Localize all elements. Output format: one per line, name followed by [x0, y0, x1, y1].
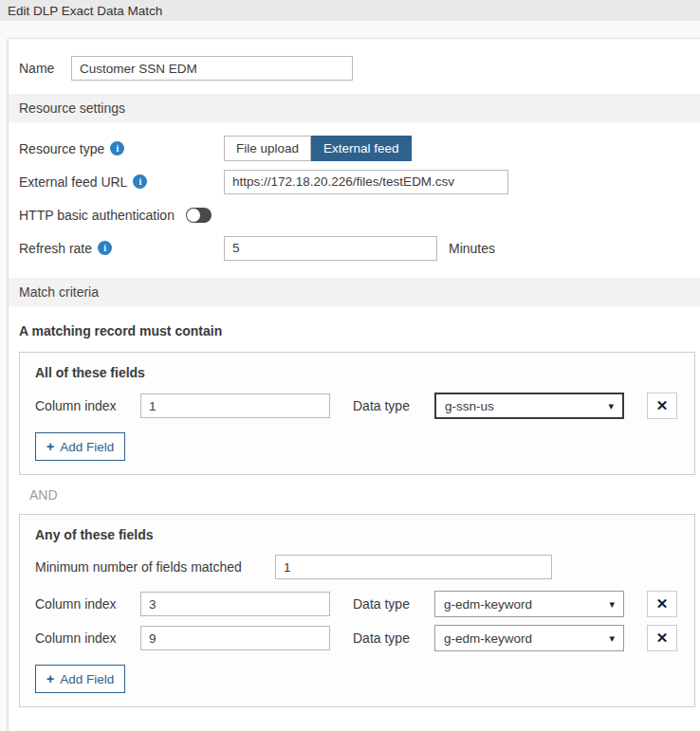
- window-titlebar: Edit DLP Exact Data Match: [0, 0, 700, 21]
- info-icon[interactable]: i: [110, 141, 124, 155]
- external-feed-url-input[interactable]: [224, 170, 508, 194]
- add-field-button[interactable]: + Add Field: [35, 665, 125, 693]
- remove-field-button[interactable]: ✕: [647, 625, 677, 651]
- edit-edm-panel: Name Resource settings Resource type i F…: [8, 38, 700, 731]
- match-criteria-body: A matching record must contain All of th…: [9, 306, 700, 717]
- and-connector-label: AND: [29, 487, 700, 503]
- data-type-selected-value: g-edm-keyword: [444, 597, 532, 612]
- column-index-label: Column index: [35, 398, 140, 413]
- section-header-match-criteria: Match criteria: [9, 278, 700, 306]
- name-input[interactable]: [71, 56, 353, 81]
- column-index-label: Column index: [35, 596, 140, 612]
- remove-field-button[interactable]: ✕: [647, 393, 677, 419]
- section-header-resource-settings: Resource settings: [9, 94, 700, 122]
- external-feed-url-row: External feed URL i: [19, 169, 700, 194]
- minimum-fields-label: Minimum number of fields matched: [35, 559, 275, 575]
- matching-record-intro: A matching record must contain: [19, 323, 700, 338]
- add-field-label: Add Field: [60, 440, 114, 454]
- data-type-label: Data type: [353, 398, 434, 413]
- field-row: Column index Data type g-edm-keyword ▾ ✕: [35, 625, 679, 651]
- chevron-down-icon: ▾: [608, 400, 614, 412]
- name-label: Name: [19, 61, 71, 76]
- name-row: Name: [9, 39, 700, 94]
- plus-icon: +: [46, 671, 54, 686]
- info-icon[interactable]: i: [133, 174, 147, 189]
- http-basic-auth-row: HTTP basic authentication: [19, 202, 700, 228]
- resource-type-segmented-control: File upload External feed: [224, 136, 412, 161]
- resource-type-label: Resource type: [19, 141, 104, 156]
- match-criteria-title: Match criteria: [19, 284, 99, 300]
- close-icon: ✕: [656, 397, 669, 414]
- all-of-these-fields-group: All of these fields Column index Data ty…: [19, 352, 695, 475]
- resource-settings-body: Resource type i File upload External fee…: [9, 122, 700, 278]
- field-row: Column index Data type g-edm-keyword ▾ ✕: [35, 591, 679, 617]
- column-index-label: Column index: [35, 630, 140, 646]
- resource-type-row: Resource type i File upload External fee…: [19, 136, 700, 161]
- chevron-down-icon: ▾: [609, 598, 615, 611]
- toggle-knob: [187, 209, 200, 222]
- refresh-rate-label: Refresh rate: [19, 241, 92, 256]
- close-icon: ✕: [656, 630, 669, 647]
- remove-field-button[interactable]: ✕: [647, 591, 677, 617]
- external-feed-option[interactable]: External feed: [311, 136, 412, 161]
- minimum-fields-row: Minimum number of fields matched: [35, 555, 679, 579]
- close-icon: ✕: [656, 595, 669, 612]
- data-type-select[interactable]: g-edm-keyword ▾: [434, 625, 624, 651]
- plus-icon: +: [46, 439, 54, 454]
- field-row: Column index Data type g-ssn-us ▾ ✕: [35, 393, 679, 419]
- external-feed-url-label: External feed URL: [19, 174, 127, 190]
- all-group-title: All of these fields: [35, 365, 679, 380]
- any-group-title: Any of these fields: [35, 527, 679, 542]
- page-title: Edit DLP Exact Data Match: [8, 4, 162, 18]
- refresh-rate-unit: Minutes: [449, 241, 495, 256]
- data-type-select[interactable]: g-ssn-us ▾: [434, 393, 624, 419]
- minimum-fields-input[interactable]: [275, 555, 552, 579]
- column-index-input[interactable]: [140, 393, 330, 418]
- chevron-down-icon: ▾: [609, 632, 615, 645]
- refresh-rate-input[interactable]: [224, 236, 437, 261]
- data-type-label: Data type: [353, 596, 434, 612]
- data-type-selected-value: g-edm-keyword: [444, 631, 532, 646]
- data-type-label: Data type: [353, 630, 434, 646]
- column-index-input[interactable]: [140, 626, 330, 650]
- info-icon[interactable]: i: [98, 241, 112, 255]
- data-type-selected-value: g-ssn-us: [445, 399, 494, 413]
- column-index-input[interactable]: [140, 592, 330, 616]
- any-of-these-fields-group: Any of these fields Minimum number of fi…: [19, 514, 695, 707]
- add-field-label: Add Field: [60, 672, 114, 686]
- http-basic-auth-toggle[interactable]: [186, 208, 212, 223]
- http-basic-auth-label: HTTP basic authentication: [19, 208, 175, 223]
- resource-settings-title: Resource settings: [19, 101, 125, 116]
- data-type-select[interactable]: g-edm-keyword ▾: [434, 591, 624, 617]
- add-field-button[interactable]: + Add Field: [35, 432, 125, 461]
- file-upload-option[interactable]: File upload: [224, 136, 311, 161]
- refresh-rate-row: Refresh rate i Minutes: [19, 235, 700, 261]
